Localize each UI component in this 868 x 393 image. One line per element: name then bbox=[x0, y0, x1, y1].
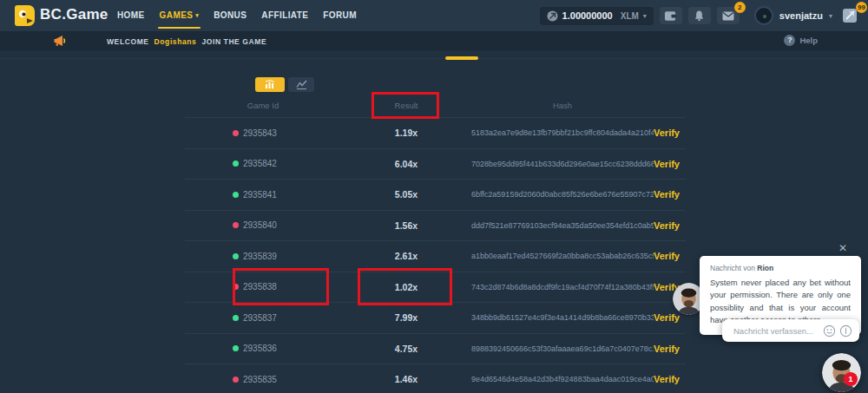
game-id-value: 2935839 bbox=[243, 252, 277, 261]
trend-view-toggle[interactable] bbox=[288, 77, 314, 92]
result-value: 6.04x bbox=[341, 159, 471, 169]
hash-value: 5183a2ea7e9d8e13fb79bbf21bc9ffc804dada4a… bbox=[471, 128, 654, 137]
game-id-value: 2935836 bbox=[243, 344, 277, 353]
result-value: 1.46x bbox=[341, 374, 471, 384]
top-bar: BC.Game HOME ▾ GAMES ▾ BONUS ▾ AFFILIATE… bbox=[0, 0, 868, 31]
chat-title-prefix: Nachricht von bbox=[710, 264, 755, 272]
welcome-suffix: JOIN THE GAME bbox=[201, 37, 266, 46]
table-row: 2935835 1.46x 9e4d6546d4e58a42d3b4f92488… bbox=[185, 364, 686, 393]
notifications-button[interactable] bbox=[688, 7, 711, 24]
chevron-down-icon[interactable]: ▾ bbox=[829, 12, 832, 20]
result-value: 1.02x bbox=[341, 282, 471, 292]
game-id-value: 2935843 bbox=[243, 128, 277, 138]
verify-link[interactable]: Verify bbox=[654, 312, 686, 323]
game-id-cell[interactable]: 2935842 bbox=[185, 159, 341, 168]
hash-value: a1bb0eaaf17ed4527669f2a0bba8cc53abab26c6… bbox=[471, 252, 654, 260]
coin-icon bbox=[547, 10, 558, 22]
chevron-down-icon: ▾ bbox=[195, 0, 199, 31]
status-dot bbox=[233, 222, 239, 228]
bell-icon bbox=[694, 10, 705, 22]
table-header-row: Game Id Result Hash bbox=[185, 94, 686, 117]
username[interactable]: svenjatzu bbox=[779, 10, 823, 21]
chat-message-title: Nachricht von Rion bbox=[710, 264, 851, 272]
chat-widget-avatar[interactable] bbox=[822, 353, 861, 392]
messages-badge: 2 bbox=[734, 2, 746, 13]
verify-link[interactable]: Verify bbox=[654, 251, 686, 261]
result-value: 7.99x bbox=[341, 312, 471, 323]
hash-value: 8988392450666c53f30afaaaea69c1d6a7c0407e… bbox=[471, 344, 654, 353]
table-row: 2935841 5.05x 6bffc2a59159d2060d0abc85f5… bbox=[185, 179, 686, 210]
column-header-result: Result bbox=[341, 101, 471, 110]
game-id-cell[interactable]: 2935843 bbox=[185, 128, 341, 138]
chat-unread-badge: 1 bbox=[844, 372, 858, 386]
hash-value: 743c2d874b6d8a8dcdf9fc19acf4d70f74f12a38… bbox=[471, 283, 654, 291]
hash-value: 348bb9db61527e4c9f3e4a1414d9b8ba66ce8970… bbox=[471, 313, 654, 322]
game-id-cell[interactable]: 2935835 bbox=[185, 375, 341, 384]
chat-sender-name: Rion bbox=[757, 264, 773, 272]
status-dot bbox=[233, 130, 239, 136]
nav-item[interactable]: GAMES ▾ bbox=[160, 0, 200, 31]
help-button[interactable]: ? Help bbox=[784, 35, 818, 46]
verify-link[interactable]: Verify bbox=[654, 189, 686, 200]
chat-toggle-button[interactable]: 99 bbox=[838, 7, 861, 24]
balance-currency: XLM bbox=[621, 11, 639, 21]
user-avatar[interactable] bbox=[754, 6, 773, 25]
verify-link[interactable]: Verify bbox=[654, 374, 686, 384]
game-id-cell[interactable]: 2935841 bbox=[185, 190, 341, 200]
nav-item-label: GAMES bbox=[160, 0, 194, 31]
close-icon[interactable]: ✕ bbox=[838, 242, 847, 254]
table-row: 2935839 2.61x a1bb0eaaf17ed4527669f2a0bb… bbox=[185, 240, 686, 272]
list-view-toggle[interactable] bbox=[255, 77, 285, 92]
verify-link[interactable]: Verify bbox=[654, 159, 686, 169]
game-id-cell[interactable]: 2935836 bbox=[185, 344, 341, 353]
bcgame-logo-icon[interactable] bbox=[14, 4, 36, 27]
verify-link[interactable]: Verify bbox=[654, 344, 686, 354]
game-id-value: 2935842 bbox=[243, 159, 277, 168]
attachment-icon[interactable] bbox=[839, 324, 852, 337]
help-label: Help bbox=[799, 36, 818, 45]
chevron-down-icon: ▾ bbox=[643, 12, 647, 20]
game-history-table: Game Id Result Hash 2935843 1.19x 5183a2… bbox=[185, 94, 686, 393]
nav-item[interactable]: FORUM ▾ bbox=[323, 0, 357, 31]
brand-title[interactable]: BC.Game bbox=[40, 6, 108, 23]
chat-composer bbox=[722, 319, 859, 342]
hash-value: 7028be95dd95f441b633d6d296e0ae15cc6238dd… bbox=[471, 160, 654, 168]
status-dot bbox=[233, 192, 239, 198]
table-row: 2935836 4.75x 8988392450666c53f30afaaaea… bbox=[185, 333, 686, 364]
nav-item[interactable]: BONUS ▾ bbox=[214, 0, 247, 31]
chat-panel-icon bbox=[842, 8, 858, 23]
hash-value: ddd7f521e87769103ecf94ea35da50ee354efd1c… bbox=[471, 221, 654, 230]
game-id-value: 2935838 bbox=[243, 282, 277, 291]
table-body: 2935843 1.19x 5183a2ea7e9d8e13fb79bbf21b… bbox=[185, 117, 686, 393]
balance-selector[interactable]: 1.00000000 XLM ▾ bbox=[540, 7, 654, 25]
status-dot bbox=[233, 315, 239, 321]
nav-item[interactable]: AFFILIATE ▾ bbox=[261, 0, 308, 31]
welcome-prefix: WELCOME bbox=[107, 37, 149, 46]
game-id-cell[interactable]: 2935839 bbox=[185, 252, 341, 261]
page: BC.Game HOME ▾ GAMES ▾ BONUS ▾ AFFILIATE… bbox=[0, 0, 868, 393]
wallet-button[interactable] bbox=[660, 7, 682, 24]
game-id-cell[interactable]: 2935837 bbox=[185, 313, 341, 323]
nav-item[interactable]: HOME ▾ bbox=[117, 0, 145, 31]
verify-link[interactable]: Verify bbox=[654, 128, 686, 138]
megaphone-icon bbox=[53, 35, 67, 47]
status-dot bbox=[233, 377, 239, 383]
verify-link[interactable]: Verify bbox=[654, 220, 686, 231]
status-dot bbox=[233, 284, 239, 290]
hash-value: 9e4d6546d4e58a42d3b4f924883baa4daac019ce… bbox=[471, 375, 654, 383]
messages-button[interactable]: 2 bbox=[717, 7, 740, 24]
chat-input[interactable] bbox=[733, 326, 823, 336]
table-row: 2935843 1.19x 5183a2ea7e9d8e13fb79bbf21b… bbox=[185, 117, 686, 148]
emoji-icon[interactable] bbox=[823, 324, 836, 337]
trend-chart-icon bbox=[296, 80, 307, 89]
result-value: 2.61x bbox=[341, 251, 471, 261]
mail-icon bbox=[722, 11, 734, 21]
welcome-username[interactable]: Dogishans bbox=[155, 37, 197, 46]
game-id-cell[interactable]: 2935840 bbox=[185, 220, 341, 230]
column-header-hash: Hash bbox=[471, 101, 654, 110]
question-icon: ? bbox=[784, 35, 795, 46]
hash-value: 6bffc2a59159d2060d0abc85f526e6be676e5590… bbox=[471, 190, 654, 199]
game-id-value: 2935835 bbox=[243, 375, 277, 384]
result-value: 4.75x bbox=[341, 344, 471, 354]
game-id-cell[interactable]: 2935838 bbox=[185, 282, 341, 291]
